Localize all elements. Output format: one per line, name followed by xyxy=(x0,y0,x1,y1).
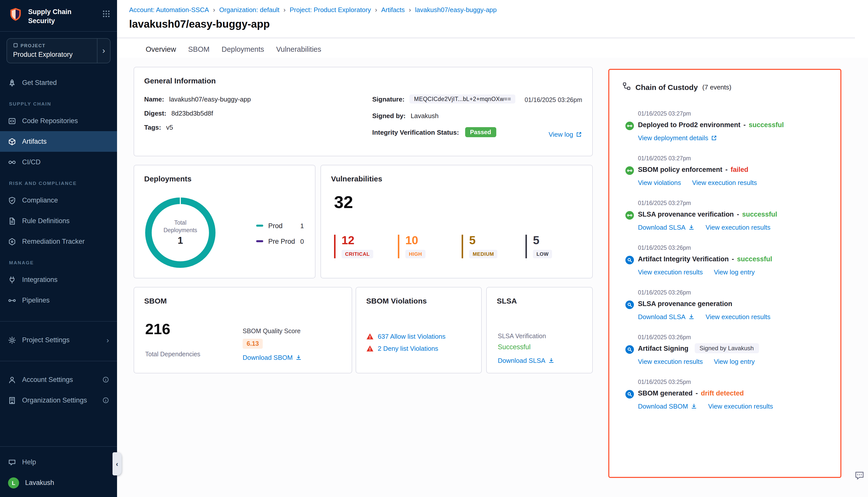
general-information-card: General Information Name:lavakush07/easy… xyxy=(134,67,593,156)
severity-count: 5 xyxy=(533,235,589,246)
download-sbom-link[interactable]: Download SBOM xyxy=(243,354,302,361)
sidebar-item-ci-cd[interactable]: CI/CD xyxy=(0,152,117,172)
breadcrumb-link-project-product-exploratory[interactable]: Project: Product Exploratory xyxy=(290,6,371,14)
sidebar-item-code-repositories[interactable]: Code Repositories xyxy=(0,111,117,131)
event-link-view-log-entry[interactable]: View log entry xyxy=(714,358,755,365)
severity-breakdown: 12CRITICAL10HIGH5MEDIUM5LOW xyxy=(334,235,589,258)
breadcrumb-link-account-automation-ssca[interactable]: Account: Automation-SSCA xyxy=(129,6,209,14)
violation-item: 2 Deny list Violations xyxy=(366,345,474,352)
download-icon xyxy=(295,354,302,361)
view-log-label: View log xyxy=(549,131,573,138)
event-title: SBOM generated xyxy=(638,389,693,397)
event-timestamp: 01/16/2025 03:25pm xyxy=(638,379,840,385)
chain-event: 01/16/2025 03:26pmArtifact Integrity Ver… xyxy=(609,245,840,276)
tab-overview[interactable]: Overview xyxy=(146,38,176,61)
breadcrumb: Account: Automation-SSCA›Organization: d… xyxy=(117,0,855,14)
severity-count: 5 xyxy=(469,235,525,246)
download-slsa-link[interactable]: Download SLSA xyxy=(498,357,554,364)
download-icon xyxy=(548,357,554,364)
violation-link-637-allow-list-violations[interactable]: 637 Allow list Violations xyxy=(378,333,446,340)
chain-event: 01/16/2025 03:26pmArtifact SigningSigned… xyxy=(609,334,840,365)
event-title: SLSA provenance verification xyxy=(638,210,734,218)
chain-event: 01/16/2025 03:27pmSBOM policy enforcemen… xyxy=(609,155,840,186)
event-links: View execution resultsView log entry xyxy=(638,358,840,365)
event-link-view-execution-results[interactable]: View execution results xyxy=(638,268,703,276)
general-info-right-column: Signature:MEQCICde2VjIT...bL+2+mqnOXw== … xyxy=(372,94,516,143)
pipeline-icon xyxy=(8,296,16,304)
sidebar-item-remediation-tracker[interactable]: Remediation Tracker xyxy=(0,231,117,252)
event-link-label: View deployment details xyxy=(638,134,708,142)
legend-item-prod: Prod1 xyxy=(256,219,304,232)
violation-link-2-deny-list-violations[interactable]: 2 Deny list Violations xyxy=(378,345,438,352)
main-area: Account: Automation-SSCA›Organization: d… xyxy=(117,0,868,497)
event-status: successful xyxy=(737,255,772,262)
tab-sbom[interactable]: SBOM xyxy=(188,38,209,61)
sbom-quality-score-label: SBOM Quality Score xyxy=(243,328,301,335)
event-link-view-execution-results[interactable]: View execution results xyxy=(706,313,770,321)
event-link-view-violations[interactable]: View violations xyxy=(638,179,681,186)
event-link-download-slsa[interactable]: Download SLSA xyxy=(638,313,694,321)
sidebar-item-label: Code Repositories xyxy=(22,117,78,125)
divider xyxy=(0,321,117,322)
event-link-label: View violations xyxy=(638,179,681,186)
event-link-label: Download SBOM xyxy=(638,402,688,410)
chat-icon xyxy=(8,458,16,466)
sidebar-item-get-started[interactable]: Get Started xyxy=(0,72,117,93)
feedback-icon[interactable] xyxy=(854,470,866,482)
sidebar-item-pipelines[interactable]: Pipelines xyxy=(0,290,117,311)
sidebar-item-label: Rule Definitions xyxy=(22,217,70,225)
plug-icon xyxy=(8,275,16,284)
event-status-separator: - xyxy=(743,121,746,128)
breadcrumb-link-artifacts[interactable]: Artifacts xyxy=(381,6,405,14)
divider xyxy=(0,31,117,32)
event-link-view-deployment-details[interactable]: View deployment details xyxy=(638,134,717,142)
breadcrumb-link-lavakush07-easy-buggy-app[interactable]: lavakush07/easy-buggy-app xyxy=(415,6,496,14)
digest-value: 8d23bd3b5d8f xyxy=(171,110,213,117)
severity-label: CRITICAL xyxy=(342,250,373,258)
event-link-view-execution-results[interactable]: View execution results xyxy=(692,179,757,186)
sidebar-collapse-handle[interactable]: ‹ xyxy=(113,452,121,475)
sidebar-item-organization-settings[interactable]: Organization Settings xyxy=(0,390,117,411)
event-link-download-slsa[interactable]: Download SLSA xyxy=(638,224,694,231)
sidebar-item-artifacts[interactable]: Artifacts xyxy=(0,131,117,152)
view-log-link[interactable]: View log xyxy=(549,131,582,138)
legend-value: 1 xyxy=(300,222,304,229)
shield-icon xyxy=(8,196,16,204)
sidebar-item-project-settings[interactable]: Project Settings › xyxy=(0,330,117,350)
rocket-icon xyxy=(8,79,16,87)
app-title: Supply Chain Security xyxy=(28,7,72,25)
scan-event-icon xyxy=(625,345,634,354)
nav-section-label: RISK AND COMPLIANCE xyxy=(0,172,117,190)
sidebar-item-help[interactable]: Help xyxy=(0,452,117,472)
event-timestamp: 01/16/2025 03:26pm xyxy=(638,245,840,251)
event-status-separator: - xyxy=(732,255,734,262)
legend-swatch xyxy=(256,225,263,227)
app-title-line2: Security xyxy=(28,16,72,25)
event-link-view-execution-results[interactable]: View execution results xyxy=(708,402,773,410)
sidebar-item-compliance[interactable]: Compliance xyxy=(0,190,117,211)
sidebar-item-integrations[interactable]: Integrations xyxy=(0,269,117,290)
severity-count: 10 xyxy=(405,235,462,246)
module-switcher-icon[interactable] xyxy=(102,10,110,19)
event-link-label: View execution results xyxy=(638,358,703,365)
chain-of-custody-card: Chain of Custody (7 events) 01/16/2025 0… xyxy=(608,69,841,478)
event-link-view-execution-results[interactable]: View execution results xyxy=(638,358,703,365)
tab-vulnerabilities[interactable]: Vulnerabilities xyxy=(276,38,321,61)
info-icon xyxy=(102,377,109,383)
event-timestamp: 01/16/2025 03:27pm xyxy=(638,200,840,206)
severity-low: 5LOW xyxy=(525,235,589,258)
tab-deployments[interactable]: Deployments xyxy=(221,38,264,61)
event-link-view-log-entry[interactable]: View log entry xyxy=(714,268,755,276)
sidebar-item-account-settings[interactable]: Account Settings xyxy=(0,369,117,390)
user-menu[interactable]: L Lavakush xyxy=(0,472,117,493)
sidebar-item-rule-definitions[interactable]: Rule Definitions xyxy=(0,211,117,231)
event-title-row: Deployed to Prod2 environment-successful xyxy=(638,119,840,130)
event-link-download-sbom[interactable]: Download SBOM xyxy=(638,402,697,410)
slsa-verification-status: Successful xyxy=(498,343,531,351)
deployments-legend: Prod1Pre Prod0 xyxy=(256,219,304,251)
event-link-view-execution-results[interactable]: View execution results xyxy=(706,224,770,231)
breadcrumb-link-organization-default[interactable]: Organization: default xyxy=(219,6,279,14)
project-selector[interactable]: PROJECT Product Exploratory › xyxy=(6,38,111,63)
sbom-quality-score-value: 6.13 xyxy=(243,339,263,349)
event-status-separator: - xyxy=(696,389,698,397)
